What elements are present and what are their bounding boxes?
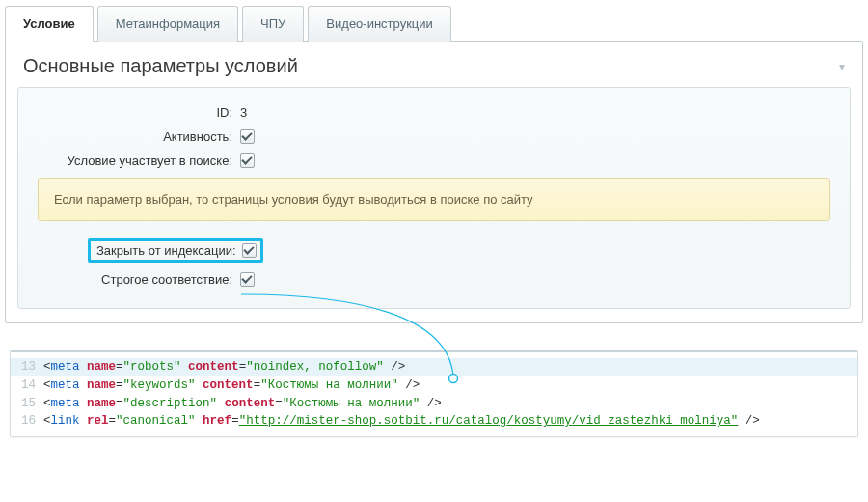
code-content: <meta name="robots" content="noindex, no… bbox=[43, 358, 405, 376]
label-id: ID: bbox=[38, 105, 240, 120]
row-strict: Строгое соответствие: bbox=[38, 272, 830, 287]
checkbox-strict[interactable] bbox=[240, 272, 255, 287]
checkbox-active[interactable] bbox=[240, 129, 255, 144]
code-line: 16<link rel="canonical" href="http://mis… bbox=[11, 412, 857, 431]
collapse-icon[interactable]: ▾ bbox=[839, 60, 845, 73]
line-number: 16 bbox=[11, 412, 43, 431]
panel-title: Основные параметры условий bbox=[23, 55, 298, 77]
code-content: <link rel="canonical" href="http://miste… bbox=[43, 412, 760, 431]
highlight-noindex: Закрыть от индексации: bbox=[88, 238, 263, 263]
row-id: ID: 3 bbox=[38, 105, 830, 120]
code-line: 13<meta name="robots" content="noindex, … bbox=[11, 358, 857, 376]
label-noindex: Закрыть от индексации: bbox=[96, 243, 242, 258]
code-content: <meta name="keywords" content="Костюмы н… bbox=[43, 376, 420, 395]
code-line: 15<meta name="description" content="Кост… bbox=[11, 395, 857, 413]
label-strict: Строгое соответствие: bbox=[38, 272, 240, 287]
line-number: 15 bbox=[11, 395, 43, 413]
code-content: <meta name="description" content="Костюм… bbox=[43, 395, 442, 413]
checkbox-noindex[interactable] bbox=[242, 243, 257, 258]
row-active: Активность: bbox=[38, 129, 830, 144]
row-search: Условие участвует в поиске: bbox=[38, 153, 830, 168]
row-noindex: Закрыть от индексации: bbox=[38, 238, 830, 263]
main-panel: Основные параметры условий ▾ ID: 3 Актив… bbox=[5, 41, 863, 323]
panel-header: Основные параметры условий ▾ bbox=[6, 42, 862, 87]
line-number: 13 bbox=[11, 358, 43, 376]
tab-condition[interactable]: Условие bbox=[5, 6, 94, 42]
panel-body: ID: 3 Активность: Условие участвует в по… bbox=[17, 87, 851, 309]
tab-video[interactable]: Видео-инструкции bbox=[308, 6, 450, 42]
search-note: Если параметр выбран, то страницы услови… bbox=[38, 178, 830, 221]
tabs: Условие Метаинформация ЧПУ Видео-инструк… bbox=[5, 5, 868, 41]
tab-sef[interactable]: ЧПУ bbox=[242, 6, 304, 42]
checkbox-search[interactable] bbox=[240, 153, 255, 168]
tab-metainfo[interactable]: Метаинформация bbox=[97, 6, 238, 42]
value-id: 3 bbox=[240, 105, 247, 120]
label-search: Условие участвует в поиске: bbox=[38, 153, 240, 168]
code-line: 14<meta name="keywords" content="Костюмы… bbox=[11, 376, 857, 395]
line-number: 14 bbox=[11, 376, 43, 395]
code-panel: 13<meta name="robots" content="noindex, … bbox=[10, 350, 858, 437]
label-active: Активность: bbox=[38, 129, 240, 144]
